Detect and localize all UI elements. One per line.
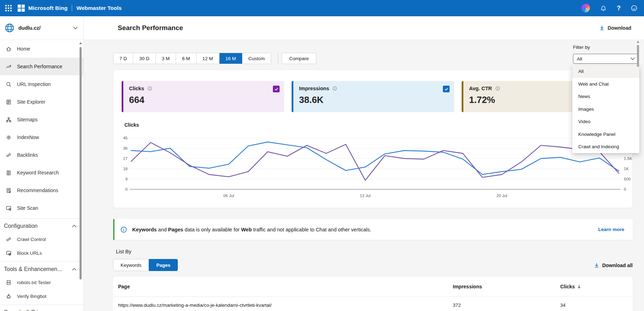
app-launcher-icon[interactable] bbox=[0, 0, 17, 16]
sidebar-item-backlinks[interactable]: Backlinks bbox=[0, 146, 83, 164]
site-scan-icon bbox=[6, 205, 12, 211]
metric-value: 664 bbox=[129, 94, 279, 105]
range-12-m[interactable]: 12 M bbox=[197, 53, 219, 64]
compare-button[interactable]: Compare bbox=[282, 53, 316, 64]
range-7-d[interactable]: 7 D bbox=[113, 53, 133, 64]
metric-cards: Clicks664Impressions38.6KAvg. CTR1.72% bbox=[122, 81, 624, 112]
sidebar-item-label: Block URLs bbox=[17, 250, 42, 256]
main-scrollbar-thumb[interactable] bbox=[637, 45, 639, 67]
list-by-pages[interactable]: Pages bbox=[149, 259, 178, 271]
sidebar-item-home[interactable]: Home bbox=[0, 40, 83, 58]
range-16-m[interactable]: 16 M bbox=[219, 53, 242, 64]
sidebar-section-configuration[interactable]: Configuration bbox=[0, 219, 83, 232]
clicks-chart: 091827364505001K1.5K2K2.5K06 Jul13 Jul20… bbox=[113, 120, 633, 203]
cell-page[interactable]: https://www.dudlu.cz/marketing-a-media/c… bbox=[118, 303, 271, 308]
svg-text:9: 9 bbox=[125, 177, 128, 181]
svg-text:0: 0 bbox=[125, 187, 128, 191]
filter-option-web-and-chat[interactable]: Web and Chat bbox=[572, 78, 639, 91]
column-impressions[interactable]: Impressions bbox=[453, 284, 482, 289]
sidebar-item-search-performance[interactable]: Search Performance bbox=[0, 58, 83, 75]
site-name: dudlu.cz/ bbox=[18, 25, 70, 31]
filter-option-news[interactable]: News bbox=[572, 90, 639, 103]
metric-label: Clicks bbox=[129, 86, 144, 91]
sidebar-section-security-privacy[interactable]: Security & Privacy bbox=[0, 306, 83, 311]
main-content: 7 D30 D3 M6 M12 M16 MCustom Compare Filt… bbox=[84, 40, 644, 311]
sidebar-item-url-inspection[interactable]: URL Inspection bbox=[0, 75, 83, 93]
list-by-keywords[interactable]: Keywords bbox=[113, 259, 149, 271]
sidebar-item-robots-txt-tester[interactable]: robots.txt Tester bbox=[0, 276, 83, 289]
scroll-up-icon[interactable] bbox=[637, 41, 639, 43]
info-icon[interactable] bbox=[332, 86, 337, 91]
sidebar-item-label: robots.txt Tester bbox=[17, 280, 51, 285]
table-body: https://www.dudlu.cz/marketing-a-media/c… bbox=[113, 297, 633, 311]
svg-text:36: 36 bbox=[123, 146, 128, 150]
sidebar-item-keyword-research[interactable]: Keyword Research bbox=[0, 164, 83, 182]
sidebar-scrollbar-thumb[interactable] bbox=[80, 47, 82, 280]
sidebar-item-site-scan[interactable]: Site Scan bbox=[0, 199, 83, 217]
sidebar-item-recommendations[interactable]: Recommendations bbox=[0, 182, 83, 199]
sidebar-item-site-explorer[interactable]: Site Explorer bbox=[0, 93, 83, 111]
svg-text:18: 18 bbox=[123, 167, 128, 171]
sidebar-item-verify-bingbot[interactable]: Verify Bingbot bbox=[0, 289, 83, 303]
metric-card-clicks: Clicks664 bbox=[122, 81, 284, 112]
sidebar-item-label: Verify Bingbot bbox=[17, 294, 46, 299]
metric-checkbox[interactable] bbox=[273, 86, 280, 92]
table-row[interactable]: https://www.dudlu.cz/marketing-a-media/c… bbox=[113, 297, 633, 311]
check-icon bbox=[274, 87, 279, 91]
chevron-down-icon bbox=[73, 27, 78, 30]
sidebar-item-sitemaps[interactable]: Sitemaps bbox=[0, 111, 83, 128]
filter-option-all[interactable]: All bbox=[572, 65, 639, 78]
svg-text:0: 0 bbox=[624, 187, 626, 191]
scroll-up-icon[interactable] bbox=[79, 42, 82, 44]
metric-checkbox[interactable] bbox=[443, 86, 450, 92]
brand-name: Microsoft Bing bbox=[28, 5, 68, 11]
copilot-icon[interactable] bbox=[581, 4, 590, 12]
sidebar-item-label: Recommendations bbox=[17, 188, 58, 193]
filter-option-crawl-and-indexing[interactable]: Crawl and Indexing bbox=[572, 140, 639, 153]
bell-icon[interactable] bbox=[600, 5, 607, 12]
sidebar-item-label: Search Performance bbox=[17, 64, 62, 69]
sidebar-item-indexnow[interactable]: IndexNow bbox=[0, 128, 83, 146]
filter-option-video[interactable]: Video bbox=[572, 115, 639, 128]
list-by-label: List By bbox=[116, 249, 131, 254]
download-arrow-icon bbox=[599, 25, 605, 31]
range-6-m[interactable]: 6 M bbox=[176, 53, 197, 64]
info-icon[interactable] bbox=[495, 86, 500, 91]
filter-option-images[interactable]: Images bbox=[572, 103, 639, 116]
column-clicks[interactable]: Clicks bbox=[560, 284, 581, 289]
search-icon bbox=[6, 81, 12, 87]
sidebar-item-label: Keyword Research bbox=[17, 170, 59, 175]
main-scrollbar[interactable] bbox=[636, 41, 640, 67]
info-icon[interactable] bbox=[147, 86, 152, 91]
check-icon bbox=[444, 87, 449, 91]
sidebar-item-crawl-control[interactable]: Crawl Control bbox=[0, 232, 83, 246]
microsoft-logo-icon bbox=[18, 5, 25, 12]
globe-icon bbox=[4, 23, 15, 33]
filter-select[interactable]: All bbox=[573, 54, 639, 64]
column-page[interactable]: Page bbox=[118, 284, 130, 289]
learn-more-link[interactable]: Learn more bbox=[598, 227, 624, 232]
metric-value: 38.6K bbox=[299, 94, 449, 105]
banner-text: Keywords and Pages data is only availabl… bbox=[132, 227, 593, 232]
sidebar: HomeSearch PerformanceURL InspectionSite… bbox=[0, 40, 84, 311]
sidebar-section-tools-enhancemen[interactable]: Tools & Enhancemen... bbox=[0, 263, 83, 276]
help-icon[interactable] bbox=[617, 5, 621, 12]
sitemap-icon bbox=[6, 116, 12, 123]
smiley-icon[interactable] bbox=[631, 5, 638, 12]
range-custom[interactable]: Custom bbox=[242, 53, 271, 64]
range-3-m[interactable]: 3 M bbox=[156, 53, 176, 64]
filter-option-knowledge-panel[interactable]: Knowledge Panel bbox=[572, 128, 639, 141]
site-selector[interactable]: dudlu.cz/ bbox=[0, 16, 84, 40]
sidebar-scrollbar[interactable] bbox=[79, 41, 82, 280]
link-icon bbox=[6, 152, 12, 158]
download-button[interactable]: Download bbox=[599, 25, 631, 31]
trend-icon bbox=[6, 63, 12, 70]
sidebar-item-block-urls[interactable]: Block URLs bbox=[0, 246, 83, 260]
sidebar-item-label: Backlinks bbox=[17, 152, 38, 158]
download-all-button[interactable]: Download all bbox=[594, 263, 633, 268]
chevron-up-icon bbox=[72, 225, 76, 228]
range-30-d[interactable]: 30 D bbox=[133, 53, 156, 64]
home-icon bbox=[6, 46, 12, 52]
file-code-icon bbox=[6, 280, 12, 286]
download-label: Download bbox=[608, 25, 631, 31]
